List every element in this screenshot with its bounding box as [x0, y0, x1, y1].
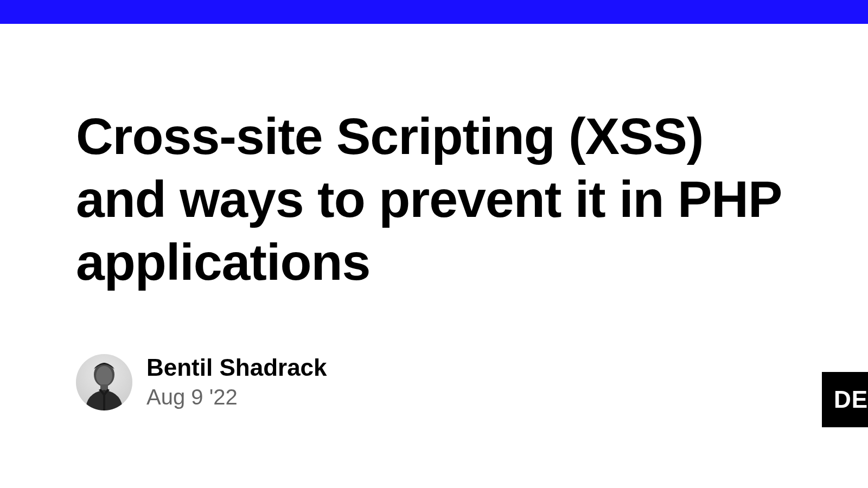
svg-rect-4	[103, 395, 105, 410]
author-avatar[interactable]	[76, 354, 132, 410]
article-content: Cross-site Scripting (XSS) and ways to p…	[0, 24, 868, 411]
author-row: Bentil Shadrack Aug 9 '22	[76, 354, 792, 412]
top-accent-bar	[0, 0, 868, 24]
post-date: Aug 9 '22	[146, 383, 327, 411]
article-title: Cross-site Scripting (XSS) and ways to p…	[76, 105, 792, 294]
avatar-icon	[76, 354, 132, 410]
author-meta: Bentil Shadrack Aug 9 '22	[146, 354, 327, 412]
svg-point-2	[96, 366, 112, 386]
author-name[interactable]: Bentil Shadrack	[146, 354, 327, 382]
dev-badge[interactable]: DE	[822, 372, 868, 427]
